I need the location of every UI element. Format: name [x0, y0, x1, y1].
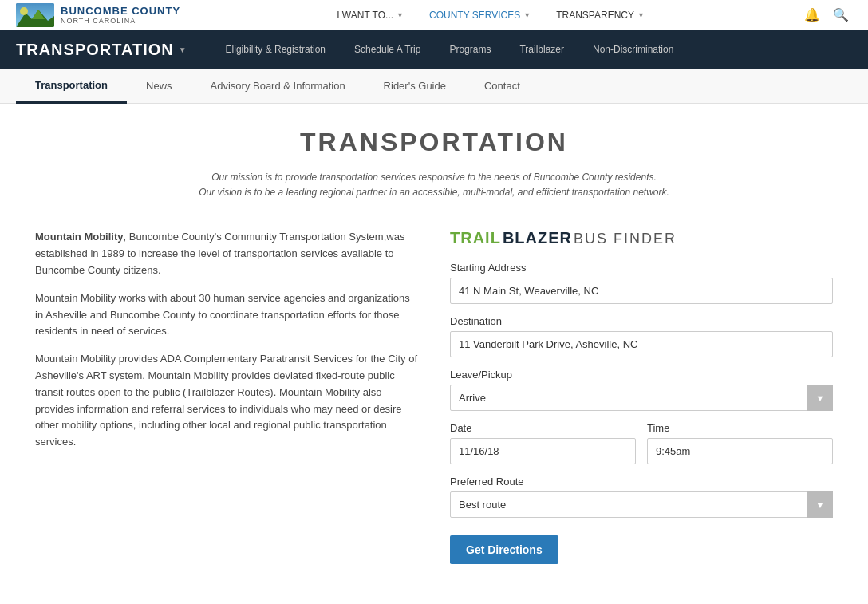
i-want-to-link[interactable]: I WANT TO... ▼ [326, 5, 415, 26]
bus-finder-panel: TRAILBLAZER BUS FINDER Starting Address … [450, 229, 833, 564]
preferred-route-wrapper: Best route Fastest route Least transfers… [450, 491, 833, 518]
top-nav-icons: 🔔 🔍 [801, 4, 852, 26]
date-group: Date [450, 422, 636, 464]
transportation-navbar: TRANSPORTATION ▼ Eligibility & Registrat… [0, 30, 868, 69]
logo-title: BUNCOMBE COUNTY [61, 5, 180, 17]
logo-area: BUNCOMBE COUNTY NORTH CAROLINA [16, 3, 180, 27]
iwant-arrow-icon: ▼ [397, 11, 404, 19]
leave-pickup-wrapper: Arrive Leave ▼ [450, 385, 833, 411]
top-nav-links: I WANT TO... ▼ COUNTY SERVICES ▼ TRANSPA… [326, 5, 656, 26]
time-input[interactable] [647, 438, 833, 464]
svg-point-3 [20, 7, 28, 15]
logo-subtitle: NORTH CAROLINA [61, 17, 180, 25]
time-group: Time [647, 422, 833, 464]
main-content: TRANSPORTATION Our mission is to provide… [19, 104, 849, 588]
subnav-advisory[interactable]: Advisory Board & Information [191, 69, 365, 104]
top-bar: BUNCOMBE COUNTY NORTH CAROLINA I WANT TO… [0, 0, 868, 30]
starting-address-group: Starting Address [450, 262, 833, 304]
programs-link[interactable]: Programs [435, 30, 505, 69]
sub-navbar: Transportation News Advisory Board & Inf… [0, 69, 868, 104]
get-directions-button[interactable]: Get Directions [450, 535, 558, 564]
date-time-row: Date Time [450, 422, 833, 476]
description-line1: Our mission is to provide transportation… [35, 170, 833, 185]
transparency-link[interactable]: TRANSPARENCY ▼ [545, 5, 656, 26]
destination-input[interactable] [450, 331, 833, 357]
starting-address-label: Starting Address [450, 262, 833, 274]
subnav-contact[interactable]: Contact [465, 69, 539, 104]
eligibility-link[interactable]: Eligibility & Registration [211, 30, 340, 69]
subnav-riders-guide[interactable]: Rider's Guide [365, 69, 465, 104]
preferred-route-group: Preferred Route Best route Fastest route… [450, 476, 833, 518]
transportation-title: TRANSPORTATION ▼ [16, 41, 187, 59]
date-label: Date [450, 422, 636, 434]
trans-chevron-icon: ▼ [179, 45, 187, 54]
non-discrimination-link[interactable]: Non-Discrimination [578, 30, 688, 69]
notifications-icon[interactable]: 🔔 [801, 4, 823, 26]
mountain-mobility-bold: Mountain Mobility [35, 231, 123, 243]
leave-pickup-label: Leave/Pickup [450, 369, 833, 381]
page-title: TRANSPORTATION [35, 128, 833, 157]
paragraph-2: Mountain Mobility works with about 30 hu… [35, 290, 418, 340]
logo-text: BUNCOMBE COUNTY NORTH CAROLINA [61, 5, 180, 25]
destination-label: Destination [450, 315, 833, 327]
trail-text: TRAIL [450, 229, 501, 247]
bus-finder-label: BUS FINDER [574, 231, 677, 247]
schedule-trip-link[interactable]: Schedule A Trip [340, 30, 435, 69]
time-label: Time [647, 422, 833, 434]
county-arrow-icon: ▼ [523, 11, 531, 19]
leave-pickup-group: Leave/Pickup Arrive Leave ▼ [450, 369, 833, 411]
trailblazer-link[interactable]: Trailblazer [505, 30, 578, 69]
starting-address-input[interactable] [450, 278, 833, 304]
county-services-link[interactable]: COUNTY SERVICES ▼ [418, 5, 542, 26]
two-column-layout: Mountain Mobility, Buncombe County's Com… [35, 229, 833, 564]
intro-paragraph: Mountain Mobility, Buncombe County's Com… [35, 229, 418, 278]
left-column: Mountain Mobility, Buncombe County's Com… [35, 229, 418, 462]
page-description: Our mission is to provide transportation… [35, 170, 833, 200]
subnav-news[interactable]: News [127, 69, 191, 104]
preferred-route-select[interactable]: Best route Fastest route Least transfers [450, 491, 833, 518]
preferred-route-label: Preferred Route [450, 476, 833, 488]
description-line2: Our vision is to be a leading regional p… [35, 185, 833, 200]
paragraph-3: Mountain Mobility provides ADA Complemen… [35, 351, 418, 451]
subnav-transportation[interactable]: Transportation [16, 69, 127, 104]
leave-pickup-select[interactable]: Arrive Leave [450, 385, 833, 411]
date-input[interactable] [450, 438, 636, 464]
search-icon[interactable]: 🔍 [830, 4, 852, 26]
logo-image [16, 3, 54, 27]
transparency-arrow-icon: ▼ [637, 11, 645, 19]
trans-nav-links: Eligibility & Registration Schedule A Tr… [211, 30, 852, 69]
bus-finder-title: TRAILBLAZER BUS FINDER [450, 229, 833, 247]
blazer-text: BLAZER [503, 229, 572, 247]
destination-group: Destination [450, 315, 833, 357]
